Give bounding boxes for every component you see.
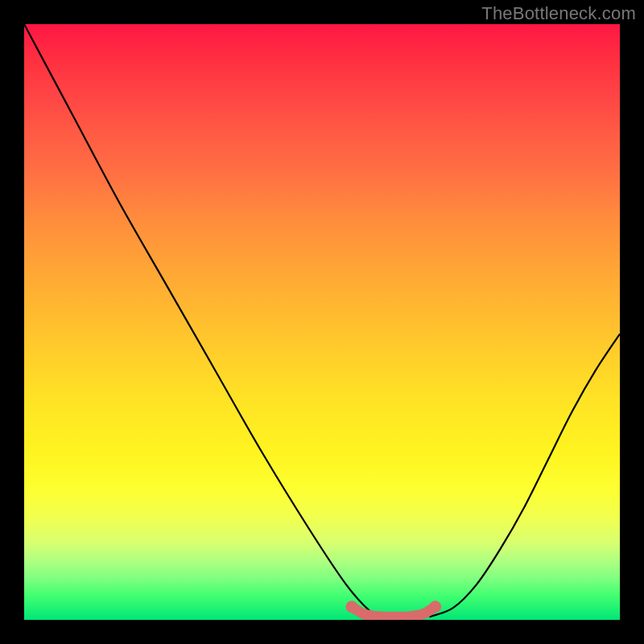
chart-gradient-area [24,24,620,620]
optimal-band-endpoint [429,601,441,613]
optimal-band [352,607,436,617]
curve-layer [24,24,620,617]
curve-left [24,24,382,617]
curve-right [429,334,620,617]
chart-svg [24,24,620,620]
watermark-text: TheBottleneck.com [481,3,636,24]
optimal-band-endpoint [346,601,358,613]
